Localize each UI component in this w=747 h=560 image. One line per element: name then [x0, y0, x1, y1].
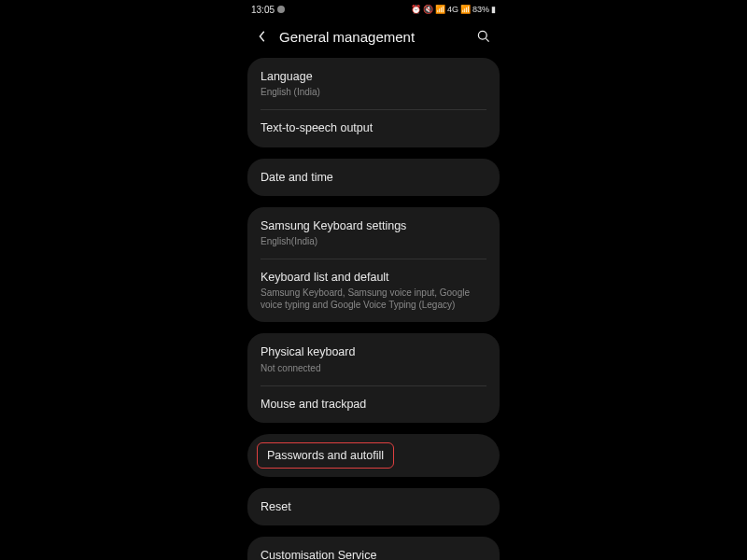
mute-icon: 🔇	[423, 5, 433, 14]
item-title: Date and time	[261, 170, 486, 185]
item-title: Samsung Keyboard settings	[261, 218, 486, 233]
battery-percent: 83%	[472, 5, 489, 14]
item-subtitle: English(India)	[261, 235, 486, 247]
settings-item-samsung-keyboard[interactable]: Samsung Keyboard settings English(India)	[247, 207, 500, 259]
settings-item-keyboard-list[interactable]: Keyboard list and default Samsung Keyboa…	[247, 259, 500, 322]
status-bar: 13:05 ⏰ 🔇 📶 4G 📶 83% ▮	[244, 0, 503, 19]
item-title: Text-to-speech output	[261, 120, 486, 135]
item-title: Customisation Service	[261, 548, 486, 560]
settings-item-mouse-trackpad[interactable]: Mouse and trackpad	[247, 385, 500, 423]
item-title: Language	[261, 69, 486, 84]
settings-group-datetime: Date and time	[247, 159, 500, 196]
settings-group-input: Physical keyboard Not connected Mouse an…	[247, 333, 500, 423]
page-title: General management	[279, 29, 466, 45]
settings-item-datetime[interactable]: Date and time	[247, 159, 500, 196]
item-subtitle: English (India)	[261, 86, 486, 98]
settings-item-reset[interactable]: Reset	[247, 488, 500, 525]
item-title: Mouse and trackpad	[261, 397, 486, 412]
settings-item-customisation[interactable]: Customisation Service Get personalised c…	[247, 537, 500, 560]
item-subtitle: Not connected	[261, 362, 486, 374]
settings-group-language: Language English (India) Text-to-speech …	[247, 58, 500, 147]
status-time: 13:05	[251, 5, 275, 15]
item-subtitle: Samsung Keyboard, Samsung voice input, G…	[261, 287, 486, 311]
item-title: Keyboard list and default	[261, 270, 486, 285]
svg-point-0	[478, 31, 486, 39]
settings-group-keyboard: Samsung Keyboard settings English(India)…	[247, 207, 500, 323]
chevron-left-icon	[257, 30, 268, 43]
svg-line-1	[486, 38, 488, 41]
settings-group-customisation: Customisation Service Get personalised c…	[247, 537, 500, 560]
settings-item-tts[interactable]: Text-to-speech output	[247, 109, 500, 147]
settings-list: Language English (India) Text-to-speech …	[244, 58, 503, 560]
settings-item-physical-keyboard[interactable]: Physical keyboard Not connected	[247, 333, 500, 385]
signal-icon: 📶	[435, 5, 445, 14]
settings-item-passwords-autofill[interactable]: Passwords and autofill	[257, 442, 394, 469]
page-header: General management	[244, 19, 503, 58]
back-button[interactable]	[255, 29, 270, 44]
item-title: Physical keyboard	[261, 344, 486, 359]
settings-group-reset: Reset	[247, 488, 500, 525]
search-button[interactable]	[475, 28, 492, 45]
network-label: 4G	[447, 5, 458, 14]
signal-icon-2: 📶	[460, 5, 471, 14]
settings-group-passwords: Passwords and autofill	[247, 434, 500, 477]
alarm-icon: ⏰	[411, 5, 421, 14]
battery-icon: ▮	[491, 5, 496, 14]
notification-dot-icon	[277, 6, 285, 13]
status-icons: ⏰ 🔇 📶 4G 📶 83% ▮	[411, 5, 496, 14]
settings-item-language[interactable]: Language English (India)	[247, 58, 500, 109]
item-title: Reset	[261, 499, 486, 514]
item-title: Passwords and autofill	[267, 449, 384, 462]
search-icon	[476, 29, 491, 44]
